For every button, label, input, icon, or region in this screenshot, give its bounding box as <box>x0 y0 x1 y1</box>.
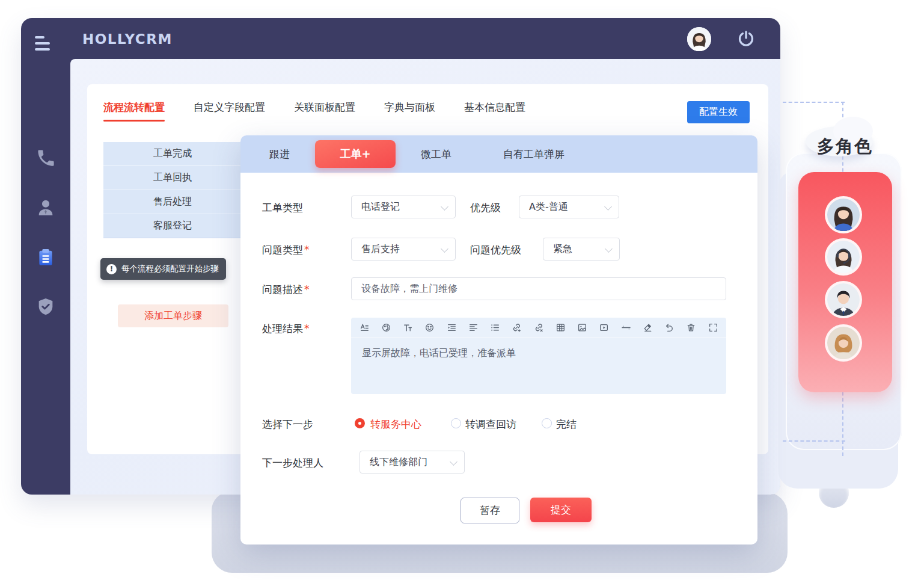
issue-priority-value: 紧急 <box>553 243 572 256</box>
chevron-down-icon <box>450 458 457 466</box>
priority-value: A类-普通 <box>529 201 568 214</box>
chevron-down-icon <box>441 203 448 211</box>
contacts-icon[interactable] <box>35 197 56 218</box>
next-handler-label: 下一步处理人 <box>262 456 323 470</box>
result-label: 处理结果* <box>262 322 310 336</box>
link-add-icon[interactable] <box>512 322 522 333</box>
warning-tooltip: ! 每个流程必须配置开始步骤 <box>100 258 226 280</box>
priority-label: 优先级 <box>470 201 501 215</box>
radio-label-finish[interactable]: 完结 <box>556 418 577 431</box>
tab-custom-field-config[interactable]: 自定义字段配置 <box>194 100 265 114</box>
tab-linked-panel-config[interactable]: 关联面板配置 <box>294 100 355 114</box>
modal-tab-workorder-active[interactable]: 工单+ <box>315 140 396 168</box>
next-handler-value: 线下维修部门 <box>370 456 427 469</box>
role-avatar-specialist <box>825 324 862 362</box>
dashed-guide-top <box>783 102 845 103</box>
list-item[interactable]: 工单回执 <box>103 166 242 190</box>
text-size-icon[interactable] <box>403 322 414 333</box>
showcase-caption: 多角色 <box>817 135 873 159</box>
list-item[interactable]: 工单完成 <box>103 142 242 166</box>
workorder-icon[interactable] <box>35 247 56 268</box>
list-item[interactable]: 售后处理 <box>103 190 242 214</box>
emoji-icon[interactable] <box>424 322 435 333</box>
ticket-type-value: 电话登记 <box>361 201 400 214</box>
editor-toolbar <box>351 318 726 338</box>
modal-tab-bar: 跟进 工单+ 微工单 自有工单弹屏 <box>240 135 757 173</box>
security-icon[interactable] <box>35 297 56 317</box>
issue-type-value: 售后支持 <box>361 243 400 256</box>
list-icon[interactable] <box>490 322 501 333</box>
menu-icon[interactable] <box>35 36 50 52</box>
rich-text-editor: 显示屏故障，电话已受理，准备派单 <box>351 318 726 394</box>
result-editor-content[interactable]: 显示屏故障，电话已受理，准备派单 <box>351 338 726 369</box>
role-avatar-headset-agent <box>825 238 862 276</box>
ticket-type-select[interactable]: 电话登记 <box>351 196 456 218</box>
brand-logo: HOLLYCRM <box>82 31 173 47</box>
power-icon[interactable] <box>736 29 756 49</box>
image-icon[interactable] <box>577 322 588 333</box>
issue-desc-input[interactable] <box>351 277 726 300</box>
save-draft-button[interactable]: 暂存 <box>460 498 519 523</box>
chevron-down-icon <box>604 203 612 211</box>
priority-select[interactable]: A类-普通 <box>519 196 619 218</box>
undo-icon[interactable] <box>664 322 675 333</box>
list-item[interactable]: 客服登记 <box>103 214 242 238</box>
page-tabs: 流程流转配置 自定义字段配置 关联面板配置 字典与面板 基本信息配置 <box>103 100 525 114</box>
role-avatar-manager <box>825 281 862 318</box>
modal-tab-own-popup[interactable]: 自有工单弹屏 <box>503 147 564 161</box>
table-icon[interactable] <box>555 322 566 333</box>
radio-label-survey-callback[interactable]: 转调查回访 <box>465 418 516 431</box>
apply-config-button[interactable]: 配置生效 <box>687 101 750 123</box>
issue-priority-select[interactable]: 紧急 <box>543 238 620 261</box>
avatar-face <box>687 27 711 51</box>
workorder-modal: 跟进 工单+ 微工单 自有工单弹屏 工单类型 电话登记 优先级 A类-普通 问题… <box>240 135 757 545</box>
radio-survey-callback[interactable] <box>451 418 461 428</box>
palette-icon[interactable] <box>381 322 391 333</box>
add-step-button[interactable]: 添加工单步骤 <box>118 304 228 327</box>
horizontal-rule-icon[interactable] <box>620 322 631 333</box>
font-underline-icon[interactable] <box>359 322 370 333</box>
fullscreen-icon[interactable] <box>708 322 718 333</box>
issue-desc-label: 问题描述* <box>262 283 310 297</box>
issue-type-select[interactable]: 售后支持 <box>351 238 456 261</box>
chevron-down-icon <box>441 245 448 253</box>
modal-tab-follow-up[interactable]: 跟进 <box>269 147 290 161</box>
align-icon[interactable] <box>468 322 479 333</box>
issue-priority-label: 问题优先级 <box>470 243 521 257</box>
radio-service-center[interactable] <box>355 418 365 428</box>
tab-dictionary-panel[interactable]: 字典与面板 <box>384 100 435 114</box>
tab-basic-info-config[interactable]: 基本信息配置 <box>464 100 525 114</box>
stage: HOLLYCRM <box>0 0 924 580</box>
tab-process-flow-config[interactable]: 流程流转配置 <box>103 100 165 114</box>
radio-finish[interactable] <box>542 418 552 428</box>
phone-icon[interactable] <box>35 148 56 168</box>
trash-icon[interactable] <box>686 322 697 333</box>
workflow-step-list: 工单完成 工单回执 售后处理 客服登记 <box>103 142 242 238</box>
indent-icon[interactable] <box>446 322 457 333</box>
dashed-guide-bottom <box>783 440 845 442</box>
chevron-down-icon <box>605 245 613 253</box>
user-avatar[interactable] <box>687 27 711 51</box>
exclamation-icon: ! <box>106 264 117 274</box>
role-avatar-agent-1 <box>825 196 862 233</box>
next-step-label: 选择下一步 <box>262 418 313 431</box>
next-handler-select[interactable]: 线下维修部门 <box>360 451 465 474</box>
submit-button[interactable]: 提交 <box>530 498 592 522</box>
modal-tab-micro-workorder[interactable]: 微工单 <box>421 147 451 161</box>
video-icon[interactable] <box>599 322 610 333</box>
eraser-icon[interactable] <box>642 322 653 333</box>
ticket-type-label: 工单类型 <box>262 201 303 215</box>
tooltip-text: 每个流程必须配置开始步骤 <box>121 264 219 274</box>
link-remove-icon[interactable] <box>533 322 544 333</box>
radio-label-service-center[interactable]: 转服务中心 <box>370 418 421 431</box>
issue-type-label: 问题类型* <box>262 243 310 257</box>
